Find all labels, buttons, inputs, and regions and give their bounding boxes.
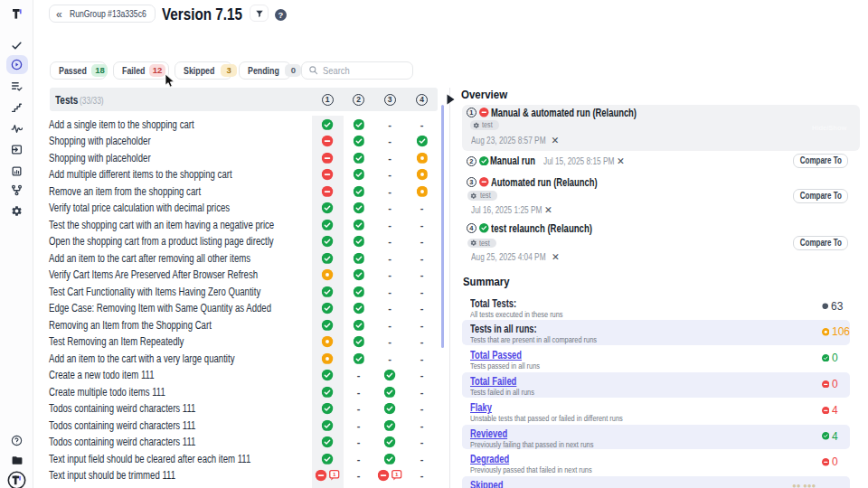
svg-text:1: 1: [333, 471, 336, 477]
svg-text:1: 1: [395, 471, 399, 477]
